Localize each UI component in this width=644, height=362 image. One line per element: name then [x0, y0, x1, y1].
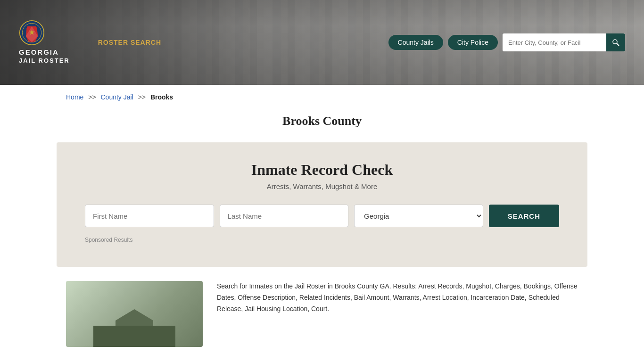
state-select[interactable]: Georgia — [354, 205, 483, 227]
breadcrumb: Home >> County Jail >> Brooks — [0, 85, 644, 109]
sponsored-label: Sponsored Results — [85, 237, 559, 243]
svg-point-3 — [613, 40, 617, 44]
inmate-search-button[interactable]: SEARCH — [489, 205, 559, 227]
last-name-input[interactable] — [220, 205, 349, 227]
record-check-subtitle: Arrests, Warrants, Mugshot & More — [85, 182, 559, 190]
logo-text: GEORGIA JAIL ROSTER — [19, 48, 70, 65]
county-jails-button[interactable]: County Jails — [388, 35, 443, 50]
header-search-button[interactable] — [606, 33, 625, 51]
header-search-input[interactable] — [503, 33, 606, 51]
roster-search-link[interactable]: ROSTER SEARCH — [98, 39, 161, 46]
record-check-section: Inmate Record Check Arrests, Warrants, M… — [57, 142, 587, 267]
record-check-title: Inmate Record Check — [85, 161, 559, 179]
bottom-section: Search for Inmates on the Jail Roster in… — [0, 267, 644, 361]
svg-line-4 — [617, 43, 619, 46]
site-header: GEORGIA JAIL ROSTER ROSTER SEARCH County… — [0, 0, 644, 85]
header-search-bar — [503, 33, 625, 51]
facility-image — [66, 281, 203, 347]
breadcrumb-home[interactable]: Home — [66, 93, 83, 101]
georgia-seal-icon — [19, 20, 45, 46]
facility-description: Search for Inmates on the Jail Roster in… — [217, 281, 578, 314]
breadcrumb-sep1: >> — [88, 93, 96, 101]
breadcrumb-county-jail[interactable]: County Jail — [101, 93, 133, 101]
search-icon — [612, 39, 619, 46]
breadcrumb-current: Brooks — [150, 93, 173, 101]
nav-buttons: County Jails City Police — [388, 33, 625, 51]
inmate-search-form: Georgia SEARCH — [85, 205, 559, 227]
breadcrumb-sep2: >> — [138, 93, 146, 101]
logo-area: GEORGIA JAIL ROSTER — [19, 20, 70, 65]
city-police-button[interactable]: City Police — [448, 35, 498, 50]
page-title: Brooks County — [0, 114, 644, 128]
first-name-input[interactable] — [85, 205, 214, 227]
